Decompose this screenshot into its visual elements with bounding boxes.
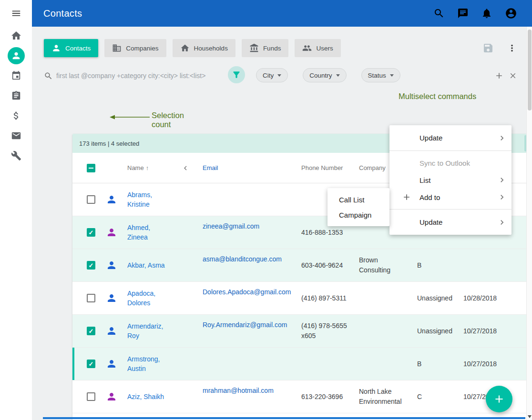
sidebar-item-finance[interactable]: [0, 110, 32, 121]
category-cell: B: [413, 360, 459, 368]
wrench-icon: [11, 150, 21, 161]
tab-funds[interactable]: Funds: [242, 39, 289, 57]
menu-item-add-to[interactable]: Add to: [389, 189, 512, 206]
person-icon: [106, 227, 117, 238]
chevron-right-icon: [497, 192, 507, 202]
contact-name-link[interactable]: Ahmed, Zineea: [127, 224, 150, 241]
more-vert-icon[interactable]: [507, 43, 517, 53]
mail-icon: [11, 130, 21, 141]
home-icon: [180, 43, 190, 53]
scrollbar-thumb[interactable]: [528, 30, 532, 110]
email-cell: Dolores.Apadoca@gmail.com: [187, 282, 292, 296]
menu-item-label: List: [419, 176, 497, 184]
annotation-multiselect-commands: Multiselect commands: [399, 92, 476, 101]
phone-cell: 416-888-1353: [292, 228, 356, 238]
submenu-item-campaign[interactable]: Campaign: [327, 207, 389, 222]
menu-item-update-bottom[interactable]: Update: [389, 213, 512, 231]
sidebar-item-tools[interactable]: [0, 150, 32, 161]
select-all-checkbox[interactable]: [87, 164, 95, 172]
tab-companies[interactable]: Companies: [104, 39, 166, 57]
person-icon: [106, 292, 117, 304]
table-row[interactable]: Armendariz, Roy Roy.Armendariz@gmail.com…: [72, 315, 532, 348]
contact-name-link[interactable]: Akbar, Asma: [127, 261, 165, 269]
chevron-right-icon: [497, 218, 507, 227]
sidebar: [0, 0, 32, 420]
email-cell: zineea@gmail.com: [187, 216, 292, 230]
chip-label: City: [263, 72, 274, 79]
row-checkbox[interactable]: [87, 228, 95, 237]
tab-label: Users: [316, 45, 333, 52]
sidebar-item-tasks[interactable]: [0, 90, 32, 101]
chat-icon[interactable]: [457, 8, 469, 19]
tab-households[interactable]: Households: [173, 39, 235, 57]
row-checkbox[interactable]: [87, 327, 95, 335]
chevron-right-icon: [497, 133, 507, 143]
calendar-icon: [11, 70, 21, 81]
email-cell: Roy.Armendariz@gmail.com: [187, 315, 292, 329]
contact-name-link[interactable]: Armendariz, Roy: [127, 322, 163, 340]
search-bar: [44, 67, 218, 84]
table-row[interactable]: Armstrong, Austin B 10/27/2018: [72, 348, 532, 380]
menu-item-update-top[interactable]: Update: [389, 129, 512, 147]
column-header-email[interactable]: Email: [187, 164, 292, 171]
contact-name-link[interactable]: Apadoca, Dolores: [127, 290, 155, 307]
filter-icon[interactable]: [228, 66, 245, 83]
row-checkbox[interactable]: [87, 360, 95, 368]
vertical-scrollbar[interactable]: [526, 27, 532, 420]
scroll-down-icon[interactable]: [528, 415, 532, 418]
tab-contacts[interactable]: Contacts: [44, 39, 98, 57]
horizontal-scrollbar[interactable]: [43, 417, 525, 419]
chevron-right-icon: [497, 175, 507, 185]
add-filter-icon[interactable]: [494, 71, 504, 80]
sidebar-item-home[interactable]: [0, 30, 32, 41]
column-header-name[interactable]: Name↑: [125, 163, 187, 173]
menu-item-list[interactable]: List: [389, 171, 512, 189]
row-checkbox[interactable]: [87, 392, 95, 401]
row-checkbox[interactable]: [87, 261, 95, 270]
table-row[interactable]: Akbar, Asma asma@blanditcongue.com 603-4…: [72, 249, 532, 282]
annotation-arrow: [110, 114, 150, 120]
menu-icon[interactable]: [0, 7, 32, 20]
person-icon: [106, 358, 117, 370]
sidebar-item-calendar[interactable]: [0, 70, 32, 81]
contact-name-link[interactable]: Aziz, Shaikh: [127, 393, 164, 400]
date-cell: 10/28/2018: [459, 294, 532, 302]
filter-chip-city[interactable]: City: [256, 68, 288, 82]
collapse-column-icon[interactable]: [181, 164, 190, 172]
chip-label: Country: [309, 72, 332, 79]
close-icon[interactable]: [509, 71, 517, 80]
company-cell: Brown Consulting: [356, 255, 413, 275]
date-cell: 10/27/2018: [459, 360, 532, 368]
email-cell: mrahman@hotmail.com: [187, 380, 292, 394]
menu-item-label: Update: [419, 218, 497, 226]
phone-cell: (416) 897-5311: [292, 293, 356, 303]
search-input[interactable]: [56, 72, 218, 80]
sort-asc-icon: ↑: [146, 164, 149, 171]
phone-cell: (416) 978-5655 x605: [292, 321, 356, 341]
person-icon: [106, 194, 117, 205]
table-row[interactable]: Aziz, Shaikh mrahman@hotmail.com 613-220…: [72, 380, 532, 413]
plus-icon: [493, 393, 505, 405]
account-icon[interactable]: [505, 7, 517, 20]
table-row[interactable]: Apadoca, Dolores Dolores.Apadoca@gmail.c…: [72, 282, 532, 315]
bank-icon: [249, 43, 259, 53]
row-checkbox[interactable]: [87, 294, 95, 302]
search-icon[interactable]: [433, 8, 445, 19]
column-header-phone[interactable]: Phone Number: [292, 163, 356, 173]
notifications-icon[interactable]: [481, 8, 492, 19]
submenu-item-call-list[interactable]: Call List: [327, 192, 389, 207]
person-icon: [106, 391, 117, 402]
filter-chip-status[interactable]: Status: [361, 68, 400, 82]
save-icon[interactable]: [482, 42, 494, 54]
contact-name-link[interactable]: Abrams, Kristine: [127, 191, 152, 208]
sidebar-item-contacts[interactable]: [0, 50, 32, 61]
add-contact-fab[interactable]: [486, 386, 512, 412]
contact-name-link[interactable]: Armstrong, Austin: [127, 355, 160, 372]
filter-chip-country[interactable]: Country: [303, 68, 346, 82]
multiselect-menu: Update Sync to Outlook List Add to Updat…: [389, 125, 512, 235]
menu-item-label: Sync to Outlook: [419, 159, 507, 167]
row-checkbox[interactable]: [87, 195, 95, 204]
category-cell: Unassigned: [413, 294, 459, 302]
sidebar-item-mail[interactable]: [0, 130, 32, 141]
tab-users[interactable]: Users: [295, 39, 340, 57]
